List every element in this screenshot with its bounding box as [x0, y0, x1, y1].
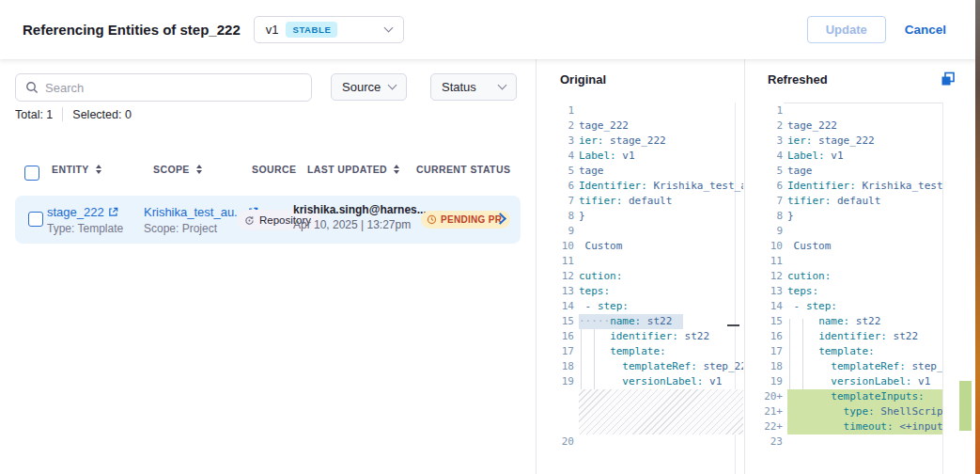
table-header: ENTITY SCOPE SOURCE LAST UPDATED CURRENT… — [15, 164, 536, 184]
code-line: 1 — [758, 103, 942, 118]
diff-collapsed-region — [579, 389, 743, 434]
code-line: 22+ timeout: <+input> — [758, 419, 942, 434]
chevron-down-icon — [498, 81, 507, 90]
code-line: 17 template: — [550, 344, 743, 359]
diff-panels-divider — [744, 59, 745, 474]
code-line: 12cution: — [758, 269, 942, 284]
search-icon — [25, 81, 39, 94]
code-line: 11 — [550, 254, 743, 269]
code-line: 12cution: — [550, 269, 743, 284]
code-line: 18 templateRef: step_222 — [550, 359, 743, 374]
referencing-entities-list: Source Status Total: 1 Selected: 0 ENTIT… — [0, 59, 536, 474]
code-line: 5tage — [550, 164, 743, 179]
code-line: 4Label: v1 — [758, 149, 942, 164]
code-line: 14 - step: — [550, 299, 743, 314]
selected-count: Selected: 0 — [72, 108, 132, 121]
panel-divider — [536, 59, 537, 474]
row-checkbox[interactable] — [28, 212, 43, 227]
sort-icon — [394, 165, 399, 174]
code-line: 15 name: st22 — [758, 314, 942, 329]
code-line: 3ier: stage_222 — [550, 134, 743, 149]
column-current-status: CURRENT STATUS — [416, 164, 510, 175]
code-line: 7tifier: default — [758, 194, 942, 209]
table-row[interactable]: stage_222 Type: Template Krishika_test_a… — [15, 196, 521, 244]
code-line: 16 identifier: st22 — [550, 329, 743, 344]
search-box — [15, 73, 312, 102]
totals-bar: Total: 1 Selected: 0 — [15, 107, 132, 121]
search-input[interactable] — [45, 81, 302, 95]
updated-at: Apr 10, 2025 | 13:27pm — [293, 218, 417, 231]
added-lines-overview-marker — [959, 381, 972, 431]
page-background-edge — [975, 0, 980, 474]
original-code-editor[interactable]: 12tage_2223ier: stage_2224Label: v15tage… — [550, 103, 743, 450]
code-line: 9 — [550, 224, 743, 239]
code-line: 3ier: stage_222 — [758, 134, 942, 149]
code-line: 18 templateRef: step_222 — [758, 359, 942, 374]
column-last-updated[interactable]: LAST UPDATED — [307, 164, 399, 175]
status-filter-dropdown[interactable]: Status — [430, 73, 517, 101]
drawer-header: Referencing Entities of step_222 v1 STAB… — [0, 0, 980, 59]
code-line: 8} — [758, 209, 942, 224]
column-scope[interactable]: SCOPE — [153, 164, 202, 175]
code-line: 10 Custom — [758, 239, 942, 254]
version-label: v1 — [266, 23, 279, 37]
code-line: 15·····name: st22 — [550, 314, 743, 329]
repository-icon — [244, 215, 255, 226]
entity-cell: stage_222 Type: Template — [47, 203, 123, 235]
yaml-diff-viewer: Original Refreshed 12tage_2223ier: stage… — [536, 59, 975, 474]
code-line: 1 — [550, 103, 743, 118]
total-count: Total: 1 — [15, 108, 53, 121]
clock-icon — [427, 214, 437, 225]
cancel-button[interactable]: Cancel — [905, 23, 946, 37]
code-line: 19 versionLabel: v1 — [550, 374, 743, 389]
code-line: 6Identifier: Krishika_test_aut — [550, 179, 743, 194]
version-selector[interactable]: v1 STABLE — [254, 16, 404, 43]
code-line: 13teps: — [758, 284, 942, 299]
code-line: 6Identifier: Krishika_test_aut — [758, 179, 942, 194]
code-line: 9 — [758, 224, 942, 239]
select-all-checkbox[interactable] — [24, 166, 39, 181]
entity-type: Type: Template — [47, 222, 123, 235]
copy-icon[interactable] — [940, 71, 957, 88]
refreshed-scrollbar-track[interactable] — [942, 103, 943, 474]
code-line: 11 — [758, 254, 942, 269]
column-source: SOURCE — [252, 164, 296, 175]
code-line: 5tage — [758, 164, 942, 179]
chevron-down-icon — [388, 81, 397, 90]
stable-badge: STABLE — [286, 22, 337, 38]
entity-link[interactable]: stage_222 — [47, 205, 118, 219]
source-filter-dropdown[interactable]: Source — [331, 73, 407, 101]
code-line: 17 template: — [758, 344, 942, 359]
refreshed-panel-title: Refreshed — [768, 72, 828, 87]
code-line: 13teps: — [550, 284, 743, 299]
page-title: Referencing Entities of step_222 — [23, 22, 241, 38]
sort-icon — [96, 165, 101, 174]
sort-icon — [196, 165, 202, 174]
original-panel-title: Original — [560, 72, 606, 87]
code-line: 19 versionLabel: v1 — [758, 374, 942, 389]
update-button[interactable]: Update — [807, 16, 886, 43]
last-updated-cell: krishika.singh@harnes... Apr 10, 2025 | … — [293, 203, 417, 231]
code-line: 2tage_222 — [758, 118, 942, 134]
updated-by: krishika.singh@harnes... — [293, 203, 417, 216]
external-link-icon — [108, 207, 118, 217]
column-entity[interactable]: ENTITY — [52, 164, 101, 175]
code-line: 20+ templateInputs: — [758, 389, 942, 404]
code-line: 8} — [550, 209, 743, 224]
code-line: 21+ type: ShellScript — [758, 404, 942, 419]
code-line: 7tifier: default — [550, 194, 743, 209]
code-line: 20 — [550, 434, 743, 450]
code-line: 2tage_222 — [550, 118, 743, 134]
code-line: 16 identifier: st22 — [758, 329, 942, 344]
code-line: 14 - step: — [758, 299, 942, 314]
chevron-down-icon — [383, 24, 393, 33]
referencing-entities-drawer: Referencing Entities of step_222 v1 STAB… — [0, 0, 980, 474]
code-line: 23 — [758, 434, 942, 450]
refreshed-code-editor[interactable]: 12tage_2223ier: stage_2224Label: v15tage… — [758, 103, 942, 450]
code-line: 4Label: v1 — [550, 149, 743, 164]
code-line: 10 Custom — [550, 239, 743, 254]
